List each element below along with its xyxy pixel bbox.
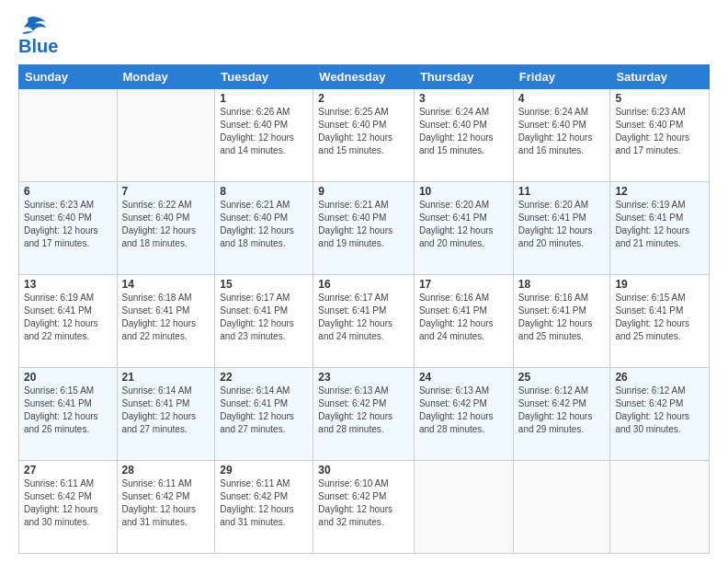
day-detail: Sunrise: 6:16 AM Sunset: 6:41 PM Dayligh… (518, 292, 606, 343)
weekday-header-saturday: Saturday (610, 65, 710, 89)
day-number: 4 (518, 92, 606, 105)
logo-bird-icon (20, 15, 48, 37)
day-detail: Sunrise: 6:11 AM Sunset: 6:42 PM Dayligh… (24, 477, 112, 529)
day-cell: 8Sunrise: 6:21 AM Sunset: 6:40 PM Daylig… (215, 182, 313, 275)
day-number: 13 (24, 278, 112, 291)
day-cell: 22Sunrise: 6:14 AM Sunset: 6:41 PM Dayli… (215, 368, 313, 461)
weekday-header-thursday: Thursday (414, 65, 513, 89)
week-row-1: 1Sunrise: 6:26 AM Sunset: 6:40 PM Daylig… (19, 89, 710, 182)
day-number: 10 (419, 185, 508, 198)
day-number: 7 (122, 185, 210, 198)
day-number: 24 (419, 371, 508, 384)
day-detail: Sunrise: 6:12 AM Sunset: 6:42 PM Dayligh… (615, 385, 704, 436)
weekday-header-row: SundayMondayTuesdayWednesdayThursdayFrid… (19, 65, 710, 89)
day-cell: 20Sunrise: 6:15 AM Sunset: 6:41 PM Dayli… (19, 368, 118, 461)
day-cell: 23Sunrise: 6:13 AM Sunset: 6:42 PM Dayli… (313, 368, 415, 461)
day-cell: 21Sunrise: 6:14 AM Sunset: 6:41 PM Dayli… (117, 368, 215, 461)
day-cell: 1Sunrise: 6:26 AM Sunset: 6:40 PM Daylig… (215, 89, 313, 182)
day-detail: Sunrise: 6:20 AM Sunset: 6:41 PM Dayligh… (419, 199, 508, 250)
day-number: 1 (220, 92, 308, 105)
day-number: 14 (122, 278, 210, 291)
week-row-3: 13Sunrise: 6:19 AM Sunset: 6:41 PM Dayli… (19, 275, 710, 368)
day-detail: Sunrise: 6:18 AM Sunset: 6:41 PM Dayligh… (122, 292, 210, 343)
header: Blue (18, 17, 710, 55)
day-detail: Sunrise: 6:12 AM Sunset: 6:42 PM Dayligh… (518, 385, 606, 436)
day-number: 21 (122, 371, 210, 384)
day-cell (19, 89, 118, 182)
day-cell: 16Sunrise: 6:17 AM Sunset: 6:41 PM Dayli… (313, 275, 415, 368)
day-number: 22 (220, 371, 308, 384)
day-number: 16 (318, 278, 409, 291)
day-detail: Sunrise: 6:21 AM Sunset: 6:40 PM Dayligh… (220, 199, 308, 250)
day-cell: 27Sunrise: 6:11 AM Sunset: 6:42 PM Dayli… (19, 461, 118, 554)
day-number: 9 (318, 185, 409, 198)
day-detail: Sunrise: 6:19 AM Sunset: 6:41 PM Dayligh… (24, 292, 112, 343)
week-row-5: 27Sunrise: 6:11 AM Sunset: 6:42 PM Dayli… (19, 461, 710, 554)
weekday-header-monday: Monday (117, 65, 215, 89)
day-cell: 5Sunrise: 6:23 AM Sunset: 6:40 PM Daylig… (610, 89, 710, 182)
day-cell: 3Sunrise: 6:24 AM Sunset: 6:40 PM Daylig… (414, 89, 513, 182)
day-number: 12 (615, 185, 704, 198)
day-detail: Sunrise: 6:15 AM Sunset: 6:41 PM Dayligh… (24, 385, 112, 436)
weekday-header-wednesday: Wednesday (313, 65, 415, 89)
week-row-2: 6Sunrise: 6:23 AM Sunset: 6:40 PM Daylig… (19, 182, 710, 275)
day-number: 2 (318, 92, 409, 105)
day-cell: 11Sunrise: 6:20 AM Sunset: 6:41 PM Dayli… (513, 182, 610, 275)
day-cell: 28Sunrise: 6:11 AM Sunset: 6:42 PM Dayli… (117, 461, 215, 554)
day-detail: Sunrise: 6:24 AM Sunset: 6:40 PM Dayligh… (518, 106, 606, 157)
day-number: 23 (318, 371, 409, 384)
day-number: 26 (615, 371, 704, 384)
day-cell: 17Sunrise: 6:16 AM Sunset: 6:41 PM Dayli… (414, 275, 513, 368)
day-cell: 19Sunrise: 6:15 AM Sunset: 6:41 PM Dayli… (610, 275, 710, 368)
day-detail: Sunrise: 6:23 AM Sunset: 6:40 PM Dayligh… (24, 199, 112, 250)
day-detail: Sunrise: 6:22 AM Sunset: 6:40 PM Dayligh… (122, 199, 210, 250)
day-detail: Sunrise: 6:26 AM Sunset: 6:40 PM Dayligh… (220, 106, 308, 157)
day-number: 3 (419, 92, 508, 105)
logo: Blue (18, 17, 58, 55)
weekday-header-sunday: Sunday (19, 65, 118, 89)
day-cell: 4Sunrise: 6:24 AM Sunset: 6:40 PM Daylig… (513, 89, 610, 182)
logo-blue-text: Blue (18, 37, 58, 55)
day-number: 25 (518, 371, 606, 384)
day-cell: 12Sunrise: 6:19 AM Sunset: 6:41 PM Dayli… (610, 182, 710, 275)
day-detail: Sunrise: 6:13 AM Sunset: 6:42 PM Dayligh… (318, 385, 409, 436)
day-cell: 29Sunrise: 6:11 AM Sunset: 6:42 PM Dayli… (215, 461, 313, 554)
day-detail: Sunrise: 6:15 AM Sunset: 6:41 PM Dayligh… (615, 292, 704, 343)
calendar-table: SundayMondayTuesdayWednesdayThursdayFrid… (18, 64, 710, 554)
day-detail: Sunrise: 6:10 AM Sunset: 6:42 PM Dayligh… (318, 477, 409, 529)
day-number: 19 (615, 278, 704, 291)
day-cell: 7Sunrise: 6:22 AM Sunset: 6:40 PM Daylig… (117, 182, 215, 275)
day-detail: Sunrise: 6:16 AM Sunset: 6:41 PM Dayligh… (419, 292, 508, 343)
day-number: 27 (24, 464, 112, 477)
day-detail: Sunrise: 6:14 AM Sunset: 6:41 PM Dayligh… (122, 385, 210, 436)
day-number: 20 (24, 371, 112, 384)
day-cell: 13Sunrise: 6:19 AM Sunset: 6:41 PM Dayli… (19, 275, 118, 368)
day-detail: Sunrise: 6:23 AM Sunset: 6:40 PM Dayligh… (615, 106, 704, 157)
day-cell (414, 461, 513, 554)
day-number: 29 (220, 464, 308, 477)
day-detail: Sunrise: 6:20 AM Sunset: 6:41 PM Dayligh… (518, 199, 606, 250)
day-cell: 14Sunrise: 6:18 AM Sunset: 6:41 PM Dayli… (117, 275, 215, 368)
day-cell: 9Sunrise: 6:21 AM Sunset: 6:40 PM Daylig… (313, 182, 415, 275)
day-detail: Sunrise: 6:11 AM Sunset: 6:42 PM Dayligh… (220, 477, 308, 529)
day-detail: Sunrise: 6:17 AM Sunset: 6:41 PM Dayligh… (318, 292, 409, 343)
day-detail: Sunrise: 6:19 AM Sunset: 6:41 PM Dayligh… (615, 199, 704, 250)
day-detail: Sunrise: 6:17 AM Sunset: 6:41 PM Dayligh… (220, 292, 308, 343)
day-cell: 15Sunrise: 6:17 AM Sunset: 6:41 PM Dayli… (215, 275, 313, 368)
day-cell: 24Sunrise: 6:13 AM Sunset: 6:42 PM Dayli… (414, 368, 513, 461)
day-number: 18 (518, 278, 606, 291)
day-number: 11 (518, 185, 606, 198)
day-cell: 18Sunrise: 6:16 AM Sunset: 6:41 PM Dayli… (513, 275, 610, 368)
day-number: 5 (615, 92, 704, 105)
week-row-4: 20Sunrise: 6:15 AM Sunset: 6:41 PM Dayli… (19, 368, 710, 461)
day-cell (610, 461, 710, 554)
day-detail: Sunrise: 6:14 AM Sunset: 6:41 PM Dayligh… (220, 385, 308, 436)
day-number: 8 (220, 185, 308, 198)
day-number: 30 (318, 464, 409, 477)
day-cell: 10Sunrise: 6:20 AM Sunset: 6:41 PM Dayli… (414, 182, 513, 275)
weekday-header-friday: Friday (513, 65, 610, 89)
day-cell: 6Sunrise: 6:23 AM Sunset: 6:40 PM Daylig… (19, 182, 118, 275)
page: Blue SundayMondayTuesdayWednesdayThursda… (0, 0, 728, 563)
day-cell: 2Sunrise: 6:25 AM Sunset: 6:40 PM Daylig… (313, 89, 415, 182)
day-cell: 30Sunrise: 6:10 AM Sunset: 6:42 PM Dayli… (313, 461, 415, 554)
